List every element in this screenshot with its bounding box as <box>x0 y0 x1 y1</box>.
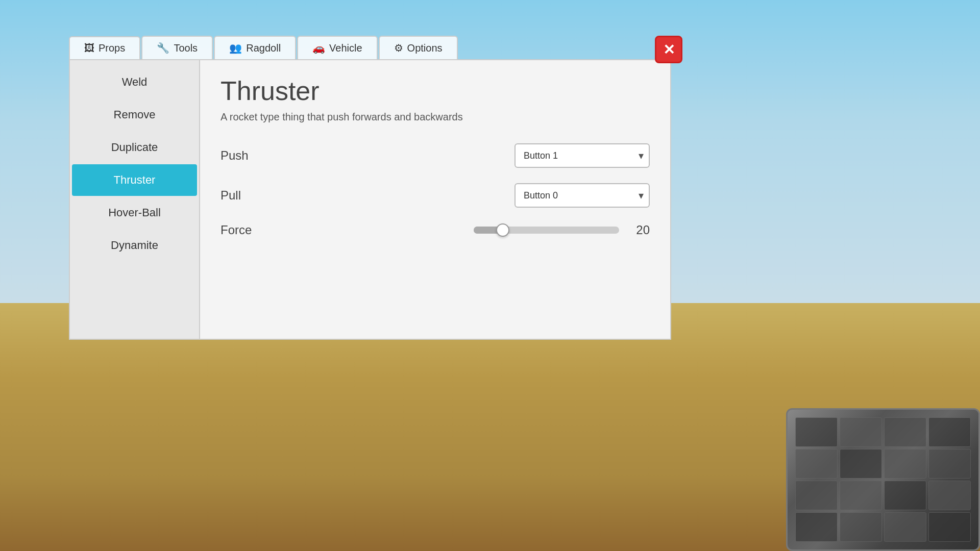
pull-dropdown-wrapper: Button 0 Button 1 Button 2 Button 3 ▾ <box>514 183 650 208</box>
tab-props[interactable]: 🖼 Props <box>69 36 140 59</box>
mech-cell <box>884 512 926 542</box>
push-control-row: Push Button 0 Button 1 Button 2 Button 3… <box>220 143 650 168</box>
push-dropdown[interactable]: Button 0 Button 1 Button 2 Button 3 <box>514 143 650 168</box>
close-icon: ✕ <box>663 41 675 58</box>
sidebar-item-dynamite[interactable]: Dynamite <box>72 230 197 261</box>
mech-cell <box>928 417 971 447</box>
content-description: A rocket type thing that push forwards a… <box>220 111 650 123</box>
mech-cell <box>928 512 971 542</box>
sidebar-item-remove[interactable]: Remove <box>72 99 197 131</box>
force-slider-thumb[interactable] <box>496 223 509 237</box>
mech-cell <box>884 417 926 447</box>
sidebar-item-hover-ball[interactable]: Hover-Ball <box>72 197 197 229</box>
tab-ragdoll[interactable]: 👥 Ragdoll <box>214 36 296 59</box>
vehicle-icon: 🚗 <box>312 42 325 54</box>
force-slider-container: 20 <box>474 223 650 237</box>
ragdoll-icon: 👥 <box>229 42 242 54</box>
mech-cell <box>795 417 838 447</box>
sidebar: Weld Remove Duplicate Thruster Hover-Bal… <box>70 60 200 339</box>
push-dropdown-wrapper: Button 0 Button 1 Button 2 Button 3 ▾ <box>514 143 650 168</box>
sidebar-item-duplicate[interactable]: Duplicate <box>72 132 197 163</box>
tab-tools[interactable]: 🔧 Tools <box>141 36 213 59</box>
force-label: Force <box>220 223 323 237</box>
mech-cell <box>928 449 971 479</box>
mech-cell <box>840 449 882 479</box>
pull-control-row: Pull Button 0 Button 1 Button 2 Button 3… <box>220 183 650 208</box>
options-icon: ⚙ <box>394 42 403 54</box>
mech-cell <box>840 481 882 510</box>
pull-dropdown[interactable]: Button 0 Button 1 Button 2 Button 3 <box>514 183 650 208</box>
props-icon: 🖼 <box>84 42 94 54</box>
mech-cell <box>840 417 882 447</box>
mech-cell <box>795 512 838 542</box>
push-label: Push <box>220 148 323 163</box>
mech-cell <box>928 481 971 510</box>
content-title: Thruster <box>220 76 650 106</box>
tab-options[interactable]: ⚙ Options <box>379 36 458 59</box>
mech-grid <box>795 417 971 542</box>
mech-cell <box>795 481 838 510</box>
mech-cell <box>884 449 926 479</box>
tab-vehicle[interactable]: 🚗 Vehicle <box>297 36 378 59</box>
mech-cell <box>795 449 838 479</box>
close-button[interactable]: ✕ <box>655 36 682 63</box>
mech-cell <box>840 512 882 542</box>
tab-bar: 🖼 Props 🔧 Tools 👥 Ragdoll 🚗 Vehicle ⚙ Op… <box>69 36 671 59</box>
content-area: Weld Remove Duplicate Thruster Hover-Bal… <box>69 59 671 340</box>
main-panel: 🖼 Props 🔧 Tools 👥 Ragdoll 🚗 Vehicle ⚙ Op… <box>69 36 671 340</box>
mech-body <box>786 408 980 551</box>
force-slider-track[interactable] <box>474 227 619 234</box>
pull-label: Pull <box>220 188 323 203</box>
force-control-row: Force 20 <box>220 223 650 237</box>
tools-icon: 🔧 <box>157 42 169 54</box>
mech-cell <box>884 481 926 510</box>
sidebar-item-weld[interactable]: Weld <box>72 66 197 98</box>
sidebar-item-thruster[interactable]: Thruster <box>72 164 197 196</box>
tool-content: Thruster A rocket type thing that push f… <box>200 60 670 339</box>
force-value: 20 <box>629 223 650 237</box>
game-object-display <box>725 357 980 551</box>
